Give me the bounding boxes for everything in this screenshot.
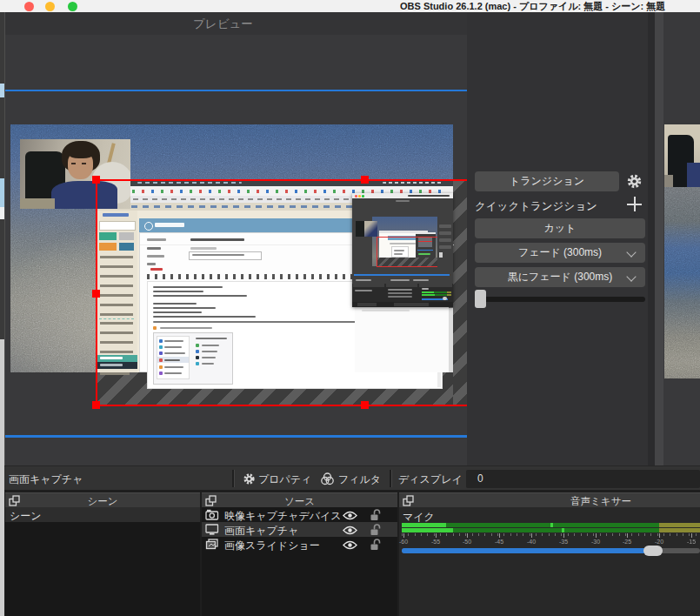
scene-row-selected[interactable]: シーン xyxy=(5,507,200,522)
add-quick-transition-button[interactable] xyxy=(627,197,642,211)
scenes-dock-header[interactable]: シーン xyxy=(5,492,200,507)
scenes-dock-title: シーン xyxy=(87,495,117,508)
quick-transition-fade-to-black[interactable]: 黒にフェード (300ms) xyxy=(475,267,645,287)
audio-mixer-dock: 音声ミキサー マイク -60 -55 -50 -45 -40 -35 -30 -… xyxy=(399,492,700,616)
canvas-bottom-edge xyxy=(5,435,467,438)
peak-indicator xyxy=(562,528,564,532)
captured-obs-mini-window xyxy=(352,193,453,307)
quick-transition-fade[interactable]: フェード (300ms) xyxy=(475,243,645,263)
sources-dock-header[interactable]: ソース xyxy=(202,492,397,507)
popout-icon xyxy=(9,495,20,506)
window-title: OBS Studio 26.1.2 (mac) - プロファイル: 無題 - シ… xyxy=(400,0,700,12)
pane-divider[interactable] xyxy=(648,12,655,465)
capture-empty-area-right xyxy=(453,180,467,406)
transition-duration-slider[interactable] xyxy=(475,290,645,308)
slider-handle[interactable] xyxy=(475,290,486,308)
source-toolbar: 画面キャプチャ プロパティ フィルタ ディスプレイ 0 xyxy=(4,465,700,491)
gear-icon xyxy=(243,472,256,485)
visibility-eye-icon[interactable] xyxy=(343,540,357,550)
webcam-source[interactable] xyxy=(20,139,130,209)
popout-icon xyxy=(205,495,217,506)
monitor-icon xyxy=(205,524,219,535)
selected-source-name: 画面キャプチャ xyxy=(9,472,83,487)
source-row-image-slideshow[interactable]: 画像スライドショー xyxy=(202,537,397,552)
program-webcam-fragment xyxy=(664,124,700,187)
display-label: ディスプレイ xyxy=(398,472,463,487)
obs-window: OBS Studio 26.1.2 (mac) - プロファイル: 無題 - シ… xyxy=(0,0,700,616)
source-row-video-capture[interactable]: 映像キャプチャデバイス xyxy=(202,507,397,522)
mixer-dock-header[interactable]: 音声ミキサー xyxy=(399,492,700,507)
camera-icon xyxy=(205,509,219,520)
volume-slider-handle[interactable] xyxy=(643,546,663,556)
source-row-display-capture[interactable]: 画面キャプチャ xyxy=(202,522,397,537)
display-select[interactable]: 0 xyxy=(466,470,700,488)
chevron-down-icon xyxy=(626,271,636,281)
transition-settings-gear-icon[interactable] xyxy=(626,173,643,190)
visibility-eye-icon[interactable] xyxy=(343,526,357,535)
titlebar: OBS Studio 26.1.2 (mac) - プロファイル: 無題 - シ… xyxy=(0,0,700,13)
mixer-dock-title: 音声ミキサー xyxy=(570,495,631,508)
filter-icon xyxy=(320,472,335,486)
transition-button[interactable]: トランジション xyxy=(475,171,619,191)
scenes-dock: シーン シーン xyxy=(5,492,200,616)
transition-panel xyxy=(467,12,648,465)
minimize-button[interactable] xyxy=(45,2,55,11)
sources-dock: ソース 映像キャプチャデバイス 画面キャプチャ xyxy=(202,492,397,616)
slideshow-icon xyxy=(205,539,219,551)
quick-transitions-label: クイックトランジション xyxy=(475,199,597,214)
zoom-button[interactable] xyxy=(68,2,77,11)
preview-pane: プレビュー xyxy=(5,12,467,465)
lock-open-icon[interactable] xyxy=(370,524,381,536)
mic-volume-slider[interactable] xyxy=(402,546,700,556)
preview-label: プレビュー xyxy=(193,17,253,32)
lock-open-icon[interactable] xyxy=(370,539,381,551)
program-background-fragment xyxy=(664,187,700,378)
lock-open-icon[interactable] xyxy=(370,509,381,521)
sources-dock-title: ソース xyxy=(284,495,315,508)
chevron-down-icon xyxy=(626,247,636,257)
mic-volume-meter xyxy=(402,523,700,532)
close-button[interactable] xyxy=(24,2,34,11)
quick-transition-cut[interactable]: カット xyxy=(475,218,645,238)
canvas-top-edge xyxy=(5,90,467,91)
program-pane xyxy=(663,12,700,465)
popout-icon xyxy=(403,495,414,506)
peak-indicator xyxy=(550,523,553,527)
visibility-eye-icon[interactable] xyxy=(343,511,357,520)
